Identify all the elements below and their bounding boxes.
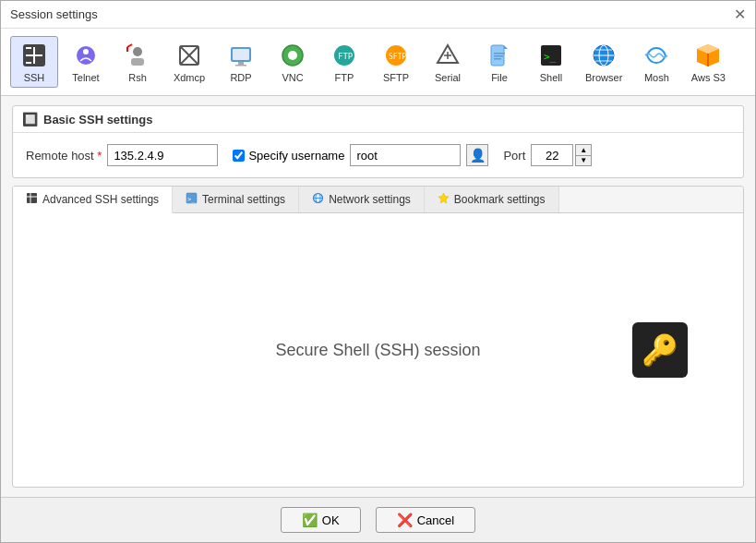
key-icon: 🔑 <box>642 332 678 368</box>
protocol-label-sftp: SFTP <box>383 72 409 83</box>
protocol-label-ftp: FTP <box>335 72 354 83</box>
ok-label: OK <box>322 513 340 527</box>
svg-text:>_: >_ <box>187 196 196 203</box>
key-icon-box: 🔑 <box>632 322 688 378</box>
tab-content: Secure Shell (SSH) session 🔑 <box>13 213 743 487</box>
port-spinner: ▲ ▼ <box>531 144 592 166</box>
user-icon-button[interactable]: 👤 <box>466 144 488 166</box>
svg-rect-17 <box>233 49 249 60</box>
spinner-buttons: ▲ ▼ <box>575 144 592 166</box>
tab-icon-network <box>312 192 324 207</box>
port-label: Port <box>503 149 525 163</box>
tab-terminal[interactable]: >_Terminal settings <box>173 187 299 212</box>
protocol-icon-rdp <box>226 41 256 70</box>
port-input[interactable] <box>531 144 573 166</box>
basic-ssh-panel: 🔲 Basic SSH settings Remote host * Speci… <box>12 105 744 178</box>
ok-icon: ✅ <box>302 513 318 527</box>
port-decrement-button[interactable]: ▼ <box>576 155 591 165</box>
close-button[interactable]: ✕ <box>734 7 746 22</box>
basic-panel-title: Basic SSH settings <box>43 113 153 127</box>
required-marker: * <box>94 149 102 163</box>
basic-panel-icon: 🔲 <box>22 112 38 127</box>
svg-rect-2 <box>33 47 35 64</box>
protocol-item-serial[interactable]: Serial <box>424 36 472 88</box>
protocol-item-ssh[interactable]: SSH <box>10 36 58 88</box>
svg-rect-3 <box>26 47 31 49</box>
svg-text:SFTP: SFTP <box>389 53 406 61</box>
tab-label-network: Network settings <box>329 193 411 206</box>
remote-host-group: Remote host * <box>26 144 218 166</box>
tab-label-bookmark: Bookmark settings <box>454 193 546 206</box>
protocol-label-mosh: Mosh <box>644 72 669 83</box>
tab-advanced-ssh[interactable]: Advanced SSH settings <box>13 187 173 213</box>
protocol-label-awss3: Aws S3 <box>691 72 726 83</box>
tab-bookmark[interactable]: Bookmark settings <box>425 187 559 212</box>
svg-rect-31 <box>494 58 501 60</box>
protocol-item-browser[interactable]: Browser <box>579 36 629 88</box>
specify-username-checkbox-label[interactable]: Specify username <box>233 149 344 163</box>
protocol-label-rsh: Rsh <box>128 72 147 83</box>
protocol-item-xdmcp[interactable]: Xdmcp <box>165 36 213 88</box>
window-title: Session settings <box>10 7 98 21</box>
protocol-bar: SSHTelnetRshXdmcpRDPVNCFTPFTPSFTPSFTPSer… <box>1 29 755 96</box>
protocol-icon-file <box>485 41 514 70</box>
username-input[interactable] <box>350 144 461 166</box>
protocol-item-telnet[interactable]: Telnet <box>62 36 110 88</box>
protocol-icon-shell: >_ <box>536 41 566 70</box>
port-group: Port ▲ ▼ <box>503 144 592 166</box>
protocol-icon-vnc <box>278 41 307 70</box>
session-settings-window: Session settings ✕ SSHTelnetRshXdmcpRDPV… <box>0 0 756 543</box>
protocol-item-ftp[interactable]: FTPFTP <box>320 36 368 88</box>
protocol-item-sftp[interactable]: SFTPSFTP <box>372 36 420 88</box>
protocol-icon-browser <box>589 41 618 70</box>
svg-point-6 <box>83 49 89 54</box>
protocol-icon-serial <box>433 41 462 70</box>
protocol-label-telnet: Telnet <box>72 72 99 83</box>
svg-text:>_: >_ <box>544 51 557 63</box>
protocol-icon-xdmcp <box>174 41 204 70</box>
cancel-button[interactable]: ❌ Cancel <box>376 507 475 533</box>
protocol-label-vnc: VNC <box>282 72 303 83</box>
protocol-icon-sftp: SFTP <box>381 41 411 70</box>
svg-rect-42 <box>27 193 37 203</box>
tab-label-advanced-ssh: Advanced SSH settings <box>42 193 159 206</box>
svg-rect-8 <box>131 58 144 66</box>
tab-network[interactable]: Network settings <box>299 187 425 212</box>
protocol-item-mosh[interactable]: Mosh <box>632 36 680 88</box>
protocol-item-file[interactable]: File <box>475 36 523 88</box>
basic-panel-body: Remote host * Specify username 👤 Port <box>13 133 743 177</box>
remote-host-input[interactable] <box>107 144 218 166</box>
svg-rect-16 <box>235 65 246 66</box>
protocol-icon-rsh <box>123 41 152 70</box>
protocol-label-ssh: SSH <box>24 72 45 83</box>
protocol-label-shell: Shell <box>540 72 562 83</box>
protocol-label-file: File <box>491 72 508 83</box>
tab-label-terminal: Terminal settings <box>202 193 285 206</box>
basic-panel-header: 🔲 Basic SSH settings <box>13 106 743 133</box>
specify-username-label: Specify username <box>248 149 344 163</box>
protocol-item-shell[interactable]: >_Shell <box>527 36 575 88</box>
title-bar: Session settings ✕ <box>1 1 755 29</box>
svg-rect-15 <box>238 62 244 65</box>
protocol-icon-mosh <box>642 41 671 70</box>
specify-username-group: Specify username 👤 <box>233 144 488 166</box>
tabbed-settings-panel: Advanced SSH settings>_Terminal settings… <box>12 186 744 488</box>
protocol-item-rdp[interactable]: RDP <box>217 36 265 88</box>
protocol-label-rdp: RDP <box>230 72 251 83</box>
svg-line-9 <box>127 44 132 47</box>
protocol-icon-ssh <box>19 41 49 70</box>
footer: ✅ OK ❌ Cancel <box>1 497 755 542</box>
port-increment-button[interactable]: ▲ <box>576 145 591 155</box>
specify-username-checkbox[interactable] <box>233 150 245 162</box>
protocol-item-awss3[interactable]: Aws S3 <box>684 36 732 88</box>
ok-button[interactable]: ✅ OK <box>281 507 361 533</box>
protocol-label-xdmcp: Xdmcp <box>174 72 205 83</box>
cancel-icon: ❌ <box>397 513 413 527</box>
protocol-label-serial: Serial <box>435 72 461 83</box>
protocol-icon-awss3 <box>693 41 723 70</box>
svg-point-19 <box>288 51 297 60</box>
protocol-item-rsh[interactable]: Rsh <box>114 36 162 88</box>
protocol-item-vnc[interactable]: VNC <box>269 36 317 88</box>
protocol-icon-ftp: FTP <box>330 41 359 70</box>
tab-bar: Advanced SSH settings>_Terminal settings… <box>13 187 743 213</box>
